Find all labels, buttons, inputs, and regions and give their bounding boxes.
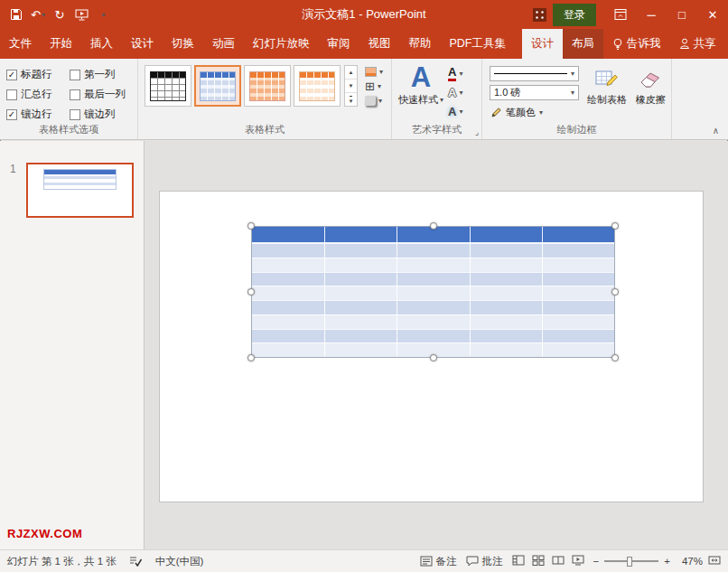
tab-pdf-tools[interactable]: PDF工具集 bbox=[441, 29, 516, 59]
checkbox-checked[interactable]: ✓ bbox=[6, 70, 17, 80]
table-cell[interactable] bbox=[324, 342, 397, 357]
table-style-thumb-plain[interactable] bbox=[145, 65, 191, 107]
notes-button[interactable]: 备注 bbox=[420, 555, 457, 568]
tab-table-design-active[interactable]: 设计 bbox=[522, 29, 563, 59]
zoom-percentage[interactable]: 47% bbox=[676, 556, 703, 567]
table-style-thumb-blue-selected[interactable] bbox=[194, 65, 241, 107]
text-fill-button[interactable]: A▾ bbox=[448, 66, 462, 80]
style-option-4[interactable]: ✓镶边行 bbox=[6, 108, 70, 121]
table-cell[interactable] bbox=[324, 258, 397, 272]
checkbox-unchecked[interactable] bbox=[70, 89, 80, 100]
quick-styles-button[interactable]: A 快速样式▾ bbox=[399, 63, 443, 118]
table-cell[interactable] bbox=[542, 329, 614, 343]
table-cell[interactable] bbox=[397, 314, 469, 329]
shading-button[interactable]: ▾ bbox=[365, 66, 383, 78]
normal-view-button[interactable] bbox=[512, 555, 525, 567]
table-cell[interactable] bbox=[397, 329, 469, 343]
tab-slideshow[interactable]: 幻灯片放映 bbox=[244, 29, 319, 59]
table-cell[interactable] bbox=[252, 314, 324, 329]
selection-handle-sw[interactable] bbox=[247, 354, 255, 361]
table-cell[interactable] bbox=[397, 300, 469, 314]
selection-handle-e[interactable] bbox=[611, 288, 619, 295]
table-style-thumb-orange[interactable] bbox=[294, 65, 341, 107]
text-outline-button[interactable]: A▾ bbox=[448, 85, 462, 99]
table-cell[interactable] bbox=[252, 258, 324, 272]
tab-review[interactable]: 审阅 bbox=[319, 29, 359, 59]
minimize-button[interactable]: ─ bbox=[636, 0, 667, 29]
table-cell[interactable] bbox=[470, 286, 542, 300]
account-badge-icon[interactable] bbox=[531, 6, 547, 23]
pen-style-dropdown[interactable]: ▾ bbox=[490, 66, 579, 81]
selection-handle-n[interactable] bbox=[430, 222, 437, 230]
zoom-slider-thumb[interactable] bbox=[627, 557, 632, 567]
table-cell[interactable] bbox=[542, 342, 614, 357]
checkbox-checked[interactable]: ✓ bbox=[6, 109, 17, 120]
spellcheck-button[interactable] bbox=[129, 556, 143, 567]
dialog-launcher-icon[interactable]: ⌟ bbox=[475, 127, 479, 136]
style-option-2[interactable]: 汇总行 bbox=[6, 88, 70, 101]
table-header-cell[interactable] bbox=[252, 227, 324, 243]
table-header-cell[interactable] bbox=[542, 227, 614, 243]
table-cell[interactable] bbox=[542, 258, 614, 272]
tab-home[interactable]: 开始 bbox=[41, 29, 81, 59]
slide[interactable] bbox=[160, 192, 703, 502]
share-button[interactable]: 共享 bbox=[670, 29, 725, 59]
checkbox-unchecked[interactable] bbox=[70, 109, 80, 120]
table-cell[interactable] bbox=[252, 272, 324, 286]
table-cell[interactable] bbox=[252, 329, 324, 343]
table-cell[interactable] bbox=[397, 258, 469, 272]
pen-weight-dropdown[interactable]: 1.0 磅▾ bbox=[490, 85, 579, 100]
customize-qat-button[interactable]: ▾ bbox=[92, 3, 114, 26]
zoom-slider[interactable] bbox=[604, 560, 658, 562]
table-cell[interactable] bbox=[324, 300, 397, 314]
table-cell[interactable] bbox=[470, 314, 542, 329]
gallery-scroll-down-button[interactable]: ▼ bbox=[345, 79, 357, 92]
table-cell[interactable] bbox=[470, 329, 542, 343]
table-cell[interactable] bbox=[252, 243, 324, 258]
table-cell[interactable] bbox=[397, 286, 469, 300]
style-option-5[interactable]: 镶边列 bbox=[70, 108, 138, 121]
zoom-out-button[interactable]: − bbox=[593, 556, 600, 567]
table-cell[interactable] bbox=[397, 272, 469, 286]
table-cell[interactable] bbox=[470, 342, 542, 357]
table-cell[interactable] bbox=[252, 342, 324, 357]
login-button[interactable]: 登录 bbox=[553, 4, 596, 26]
draw-table-button[interactable]: 绘制表格 bbox=[586, 66, 628, 120]
reading-view-button[interactable] bbox=[552, 555, 565, 567]
style-option-1[interactable]: 第一列 bbox=[70, 68, 138, 81]
comments-button[interactable]: 批注 bbox=[466, 555, 503, 568]
fit-to-window-button[interactable] bbox=[708, 555, 721, 567]
table-style-thumb-red[interactable] bbox=[244, 65, 291, 107]
tab-view[interactable]: 视图 bbox=[359, 29, 400, 59]
table-cell[interactable] bbox=[397, 243, 469, 258]
table-cell[interactable] bbox=[324, 329, 397, 343]
selected-table[interactable] bbox=[251, 226, 615, 358]
eraser-button[interactable]: 橡皮擦 bbox=[630, 66, 671, 120]
tab-help[interactable]: 帮助 bbox=[400, 29, 441, 59]
table-header-cell[interactable] bbox=[324, 227, 397, 243]
ribbon-display-options-button[interactable] bbox=[605, 0, 636, 29]
start-slideshow-button[interactable] bbox=[70, 3, 92, 26]
selection-handle-s[interactable] bbox=[430, 354, 437, 361]
effects-button[interactable]: ▾ bbox=[365, 95, 383, 107]
table-cell[interactable] bbox=[470, 300, 542, 314]
redo-button[interactable]: ↻ bbox=[49, 3, 70, 26]
table-cell[interactable] bbox=[542, 300, 614, 314]
table-cell[interactable] bbox=[324, 286, 397, 300]
tab-transitions[interactable]: 切换 bbox=[163, 29, 203, 59]
checkbox-unchecked[interactable] bbox=[70, 70, 80, 80]
table-cell[interactable] bbox=[470, 272, 542, 286]
style-option-3[interactable]: 最后一列 bbox=[70, 88, 138, 101]
table-cell[interactable] bbox=[470, 258, 542, 272]
tell-me-button[interactable]: 告诉我 bbox=[603, 29, 670, 59]
tab-table-layout[interactable]: 布局 bbox=[563, 29, 603, 59]
selection-handle-w[interactable] bbox=[247, 288, 255, 295]
table-cell[interactable] bbox=[324, 314, 397, 329]
slide-thumbnail-selected[interactable] bbox=[26, 163, 134, 218]
text-effects-button[interactable]: A▾ bbox=[448, 104, 462, 118]
slideshow-view-button[interactable] bbox=[572, 555, 584, 567]
table-header-cell[interactable] bbox=[470, 227, 542, 243]
selection-handle-ne[interactable] bbox=[611, 222, 619, 230]
maximize-button[interactable]: □ bbox=[667, 0, 697, 29]
pen-color-button[interactable]: 笔颜色 ▾ bbox=[490, 104, 579, 120]
